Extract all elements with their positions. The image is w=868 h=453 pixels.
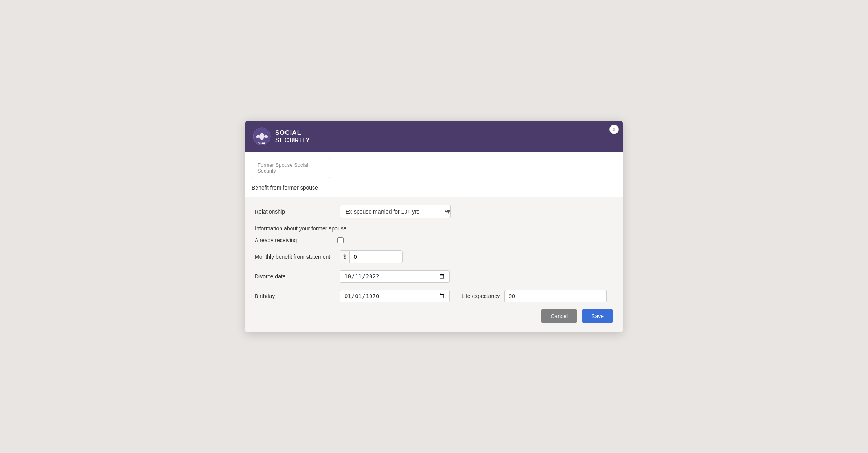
save-button[interactable]: Save	[582, 309, 613, 323]
ssa-eagle-icon: SSA	[252, 127, 271, 146]
dollar-prefix: $	[340, 251, 350, 263]
close-button[interactable]: ×	[609, 125, 619, 134]
monthly-benefit-row: Monthly benefit from statement $	[255, 250, 613, 263]
info-about-spouse-label: Information about your former spouse	[255, 225, 613, 232]
modal-backdrop: × SSA SOCIAL SECURITY Former Spouse Soci…	[245, 121, 623, 332]
cancel-button[interactable]: Cancel	[541, 309, 577, 323]
divorce-date-row: Divorce date	[255, 270, 613, 283]
card-banner: Former Spouse Social Security	[252, 158, 330, 178]
already-receiving-row: Already receiving	[255, 237, 613, 243]
monthly-benefit-input[interactable]	[350, 251, 389, 263]
divorce-date-input[interactable]	[340, 270, 450, 283]
svg-text:SSA: SSA	[258, 141, 266, 145]
already-receiving-label: Already receiving	[255, 237, 333, 243]
already-receiving-checkbox[interactable]	[337, 237, 344, 243]
relationship-select[interactable]: Ex-spouse married for 10+ yrs Ex-spouse …	[340, 205, 451, 218]
divorce-date-label: Divorce date	[255, 273, 333, 280]
relationship-label: Relationship	[255, 208, 333, 215]
life-expectancy-label: Life expectancy	[462, 293, 500, 299]
modal-top-section: Former Spouse Social Security Benefit fr…	[245, 158, 623, 197]
benefit-label: Benefit from former spouse	[245, 178, 623, 193]
relationship-row: Relationship Ex-spouse married for 10+ y…	[255, 205, 613, 218]
birthday-life-row: Birthday Life expectancy	[255, 290, 613, 302]
buttons-row: Cancel Save	[255, 309, 613, 323]
modal-dialog: × SSA SOCIAL SECURITY Former Spouse Soci…	[245, 121, 623, 332]
life-expectancy-input[interactable]	[504, 290, 607, 302]
modal-body: Relationship Ex-spouse married for 10+ y…	[245, 197, 623, 332]
monthly-benefit-input-wrap: $	[340, 250, 403, 263]
birthday-input[interactable]	[340, 290, 450, 302]
birthday-label: Birthday	[255, 293, 333, 299]
ssa-title: SOCIAL SECURITY	[275, 129, 310, 144]
monthly-benefit-label: Monthly benefit from statement	[255, 254, 333, 260]
birthday-left: Birthday	[255, 290, 450, 302]
birthday-right: Life expectancy	[462, 290, 607, 302]
ssa-logo: SSA SOCIAL SECURITY	[252, 127, 310, 146]
modal-header: SSA SOCIAL SECURITY	[245, 121, 623, 152]
